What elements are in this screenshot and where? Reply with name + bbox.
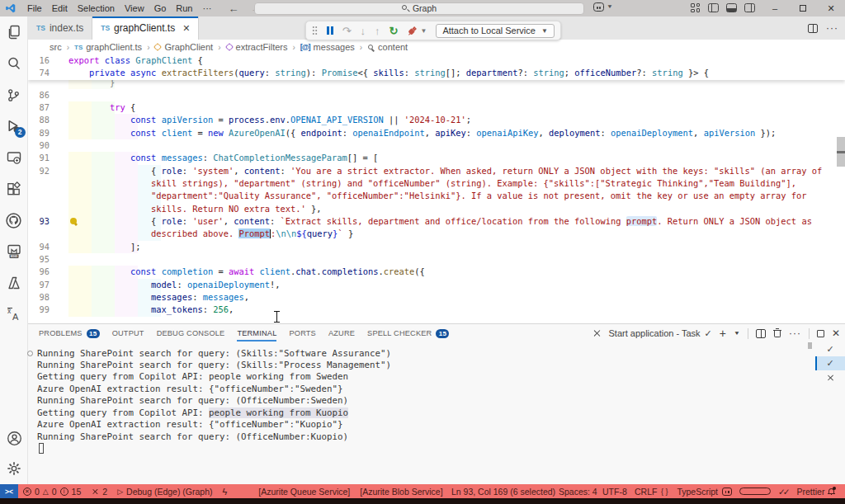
language-status[interactable]: { } TypeScript bbox=[661, 484, 718, 498]
kill-terminal-icon[interactable] bbox=[773, 329, 781, 338]
activity-azure-icon[interactable] bbox=[0, 267, 28, 299]
eol-status[interactable]: CRLF bbox=[635, 484, 657, 498]
problems-status[interactable]: ✕0 △0 i15 bbox=[23, 487, 81, 497]
activity-search-icon[interactable] bbox=[0, 48, 28, 79]
indentation-status[interactable]: Spaces: 4 bbox=[559, 484, 597, 498]
activity-source-control-icon[interactable] bbox=[0, 79, 28, 111]
activity-m365-toolkit-icon[interactable]: M365 bbox=[0, 236, 28, 267]
prettier-status[interactable]: ✓✓ Prettier bbox=[778, 484, 824, 498]
settings-gear-icon[interactable] bbox=[7, 461, 21, 479]
close-tab-icon[interactable]: ✕ bbox=[182, 23, 190, 34]
bolt-icon[interactable]: ϟ bbox=[223, 487, 228, 497]
maximize-button[interactable] bbox=[789, 3, 817, 13]
close-panel-icon[interactable]: ✕ bbox=[832, 327, 840, 339]
svg-text:M365: M365 bbox=[10, 255, 17, 258]
minimize-button[interactable]: – bbox=[761, 3, 789, 13]
toggle-panel-icon[interactable] bbox=[726, 3, 737, 12]
panel-tab-problems[interactable]: PROBLEMS15 bbox=[39, 324, 100, 342]
debug-pause-icon[interactable] bbox=[327, 26, 333, 35]
terminal-instance-dev[interactable] bbox=[815, 370, 845, 384]
terminal-line: Getting query from Copilot API: people w… bbox=[37, 407, 348, 419]
panel-tab-ports[interactable]: PORTS bbox=[289, 324, 315, 342]
panel-more-actions-icon[interactable]: ··· bbox=[789, 327, 801, 339]
split-terminal-icon[interactable] bbox=[756, 329, 766, 338]
breadcrumb-graphClient-ts[interactable]: TSgraphClient.ts bbox=[74, 42, 142, 52]
cursor-position-status[interactable]: Ln 93, Col 169 (6 selected) bbox=[451, 484, 555, 498]
code-editor[interactable]: }8687 try {88 const apiVersion = process… bbox=[28, 54, 845, 323]
copilot-status-icon[interactable] bbox=[722, 484, 732, 498]
code-line-86: 86 bbox=[28, 89, 845, 101]
editor-more-actions-icon[interactable]: ··· bbox=[826, 22, 838, 34]
tab-graphClient-ts[interactable]: TSgraphClient.ts✕ bbox=[92, 16, 199, 40]
debug-config-dropdown[interactable]: Attach to Local Service ▼ bbox=[436, 24, 554, 38]
terminal-dropdown-icon[interactable]: ▼ bbox=[734, 330, 740, 336]
toggle-sidebar-icon[interactable] bbox=[708, 3, 719, 12]
azurite-blob-status[interactable]: [Azurite Blob Service] bbox=[360, 487, 442, 497]
activity-explorer-icon[interactable] bbox=[0, 16, 28, 48]
debug-step-out-icon[interactable]: ↑ bbox=[375, 26, 380, 36]
activity-extensions-icon[interactable] bbox=[0, 173, 28, 205]
code-line-90: 90 bbox=[28, 139, 845, 152]
panel-tab-output[interactable]: OUTPUT bbox=[112, 324, 144, 342]
menu-file[interactable]: File bbox=[22, 0, 47, 16]
terminal-task-label[interactable]: Start application - Task✓ bbox=[609, 328, 712, 339]
debug-step-over-icon[interactable]: ↷ bbox=[342, 26, 352, 36]
panel-tab-spell-checker[interactable]: SPELL CHECKER15 bbox=[367, 324, 449, 342]
debug-toolbar-grip[interactable] bbox=[312, 26, 318, 35]
bottom-panel: PROBLEMS15OUTPUTDEBUG CONSOLETERMINALPOR… bbox=[28, 323, 845, 484]
terminal-line: Running SharePoint search for query: (Of… bbox=[37, 431, 348, 443]
notifications-bell-icon[interactable] bbox=[828, 484, 835, 498]
breadcrumb-src[interactable]: src bbox=[50, 42, 62, 52]
code-line-wrap: skill strings), "department" (string) an… bbox=[28, 177, 845, 190]
terminal-instance-task2[interactable]: ✓ bbox=[815, 356, 845, 370]
account-icon[interactable] bbox=[7, 431, 22, 450]
activity-remote-explorer-icon[interactable] bbox=[0, 142, 28, 173]
breadcrumb-separator: › bbox=[67, 43, 69, 52]
tab-index-ts[interactable]: TSindex.ts bbox=[28, 16, 92, 40]
editor-scrollbar[interactable] bbox=[837, 137, 845, 167]
breadcrumb-messages[interactable]: [@]messages bbox=[300, 42, 355, 52]
command-center-search[interactable]: Graph bbox=[254, 2, 584, 16]
nav-back-icon[interactable]: ← bbox=[229, 2, 239, 15]
breadcrumb-content[interactable]: content bbox=[367, 42, 408, 52]
menu-[interactable]: ··· bbox=[198, 0, 217, 16]
panel-tab-azure[interactable]: AZURE bbox=[328, 324, 355, 342]
toggle-secondary-sidebar-icon[interactable] bbox=[744, 3, 755, 12]
menu-edit[interactable]: Edit bbox=[47, 0, 73, 16]
split-editor-icon[interactable] bbox=[808, 24, 818, 33]
property-symbol-icon bbox=[367, 44, 375, 51]
menu-view[interactable]: View bbox=[120, 0, 149, 16]
menu-go[interactable]: Go bbox=[149, 0, 172, 16]
activity-localization-icon[interactable]: x̄A bbox=[0, 299, 28, 330]
close-button[interactable]: ✕ bbox=[817, 3, 845, 14]
copilot-pill[interactable] bbox=[739, 484, 771, 498]
ts-symbol-icon: TS bbox=[74, 44, 83, 51]
debug-status[interactable]: ▷Debug (Edge) (Graph) bbox=[117, 487, 212, 497]
debug-restart-icon[interactable]: ↻ bbox=[389, 26, 399, 36]
code-line-wrap: "department":"Quality Assurance", "offic… bbox=[28, 190, 845, 202]
breadcrumb-extractFilters[interactable]: extractFilters bbox=[226, 42, 288, 52]
terminal-output[interactable]: Running SharePoint search for query: (Sk… bbox=[28, 346, 820, 484]
maximize-panel-icon[interactable] bbox=[817, 330, 824, 337]
tasks-status[interactable]: 2 bbox=[91, 487, 107, 497]
debug-play-icon: ▷ bbox=[117, 488, 123, 496]
debug-step-into-icon[interactable]: ↓ bbox=[361, 26, 366, 36]
activity-run-and-debug-icon[interactable]: 2 bbox=[0, 111, 28, 142]
copilot-menu[interactable]: ▼ bbox=[593, 2, 613, 12]
menu-selection[interactable]: Selection bbox=[73, 0, 120, 16]
remote-indicator[interactable]: >< bbox=[0, 484, 18, 498]
command-decoration-icon[interactable] bbox=[27, 351, 33, 356]
debug-disconnect-chevron[interactable]: ▼ bbox=[421, 27, 427, 35]
terminal-list-scrollbar[interactable] bbox=[808, 342, 812, 349]
terminal-instance-task1[interactable]: ✓ bbox=[815, 342, 845, 356]
debug-disconnect-icon[interactable] bbox=[405, 24, 419, 38]
panel-tab-terminal[interactable]: TERMINAL bbox=[237, 324, 276, 342]
menu-run[interactable]: Run bbox=[171, 0, 197, 16]
customize-layout-icon[interactable] bbox=[690, 3, 701, 12]
new-terminal-icon[interactable]: + bbox=[720, 327, 726, 340]
azurite-queue-status[interactable]: [Azurite Queue Service] bbox=[258, 487, 350, 497]
breadcrumb-GraphClient[interactable]: GraphClient bbox=[154, 42, 213, 52]
encoding-status[interactable]: UTF-8 bbox=[602, 484, 627, 498]
panel-tab-debug-console[interactable]: DEBUG CONSOLE bbox=[157, 324, 225, 342]
activity-github-icon[interactable] bbox=[0, 205, 28, 236]
